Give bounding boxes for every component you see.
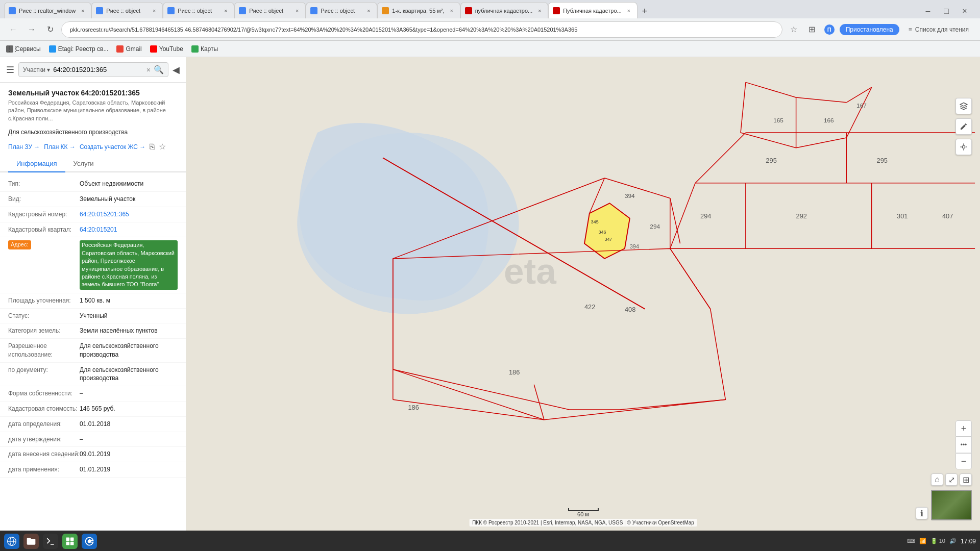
tab-title: Публичная кадастро... (563, 8, 622, 14)
row-value: 09.01.2019 (80, 450, 178, 459)
reading-list-button[interactable]: ≡ Список для чтения (903, 24, 974, 35)
bookmark-services-label: Сервисы (15, 45, 41, 53)
back-button[interactable]: ← (6, 22, 20, 37)
forward-button[interactable]: → (24, 22, 39, 37)
extensions-icon[interactable]: ⊞ (805, 22, 819, 37)
layers-button[interactable] (955, 98, 972, 114)
grid-button[interactable]: ⊞ (960, 473, 972, 486)
taskbar-files-icon[interactable] (62, 534, 78, 549)
expand-button[interactable]: ⤢ (945, 473, 958, 486)
map-area[interactable]: 165 166 167 295 295 294 292 301 407 (186, 57, 980, 531)
taskbar-chrome-icon[interactable] (82, 534, 97, 549)
browser-window: Риес :: realtor_window × Риес :: object … (0, 0, 980, 551)
tab-close[interactable]: × (222, 7, 230, 15)
tab-5[interactable]: Риес :: object × (306, 2, 377, 18)
copy-icon[interactable]: ⎘ (150, 142, 155, 152)
table-row: Кадастровый номер: 64:20:015201:365 (0, 207, 186, 222)
clear-search-icon[interactable]: × (146, 66, 151, 74)
close-button[interactable]: × (958, 4, 972, 18)
search-input[interactable] (53, 66, 143, 73)
tab-favicon (465, 7, 472, 14)
row-label: Статус: (8, 312, 80, 320)
tab-2[interactable]: Риес :: object × (91, 2, 163, 18)
row-label: Кадастровый номер: (8, 210, 80, 219)
reading-list-label: Список для чтения (915, 26, 969, 33)
tab-favicon (167, 7, 175, 14)
tab-close[interactable]: × (364, 7, 373, 15)
svg-rect-62 (70, 537, 74, 541)
map-thumbnail[interactable] (931, 490, 972, 520)
parcel-links: План ЗУ → План КК → Создать участок ЖС →… (0, 140, 186, 156)
tab-4[interactable]: Риес :: object × (234, 2, 306, 18)
paused-button[interactable]: Приостановлена (840, 24, 899, 35)
zoom-out-button[interactable]: − (955, 453, 972, 469)
tab-8-active[interactable]: Публичная кадастро... × (548, 2, 638, 18)
address-input[interactable]: pkk.rosreestr.ru/#search/51.678819464651… (61, 21, 782, 38)
bookmark-youtube[interactable]: YouTube (150, 45, 183, 53)
tab-6[interactable]: 1-к. квартира, 55 м², × (377, 2, 460, 18)
svg-text:347: 347 (604, 237, 612, 242)
search-button[interactable]: 🔍 (154, 65, 164, 74)
bookmark-star[interactable]: ☆ (787, 22, 801, 37)
tab-close[interactable]: × (150, 7, 158, 15)
bookmark-gmail[interactable]: Gmail (116, 45, 141, 53)
main-content: ☰ Участки ▾ × 🔍 ◀ Земельный участок 64:2… (0, 57, 980, 531)
tab-close[interactable]: × (293, 7, 301, 15)
tab-info[interactable]: Информация (8, 156, 65, 172)
zoom-controls: + ••• − (955, 420, 972, 469)
zoom-in-button[interactable]: + (955, 420, 972, 437)
tab-1[interactable]: Риес :: realtor_window × (4, 2, 91, 18)
tab-services[interactable]: Услуги (65, 156, 102, 172)
collapse-sidebar-button[interactable]: ◀ (173, 64, 180, 76)
taskbar-globe-icon[interactable] (4, 534, 19, 549)
row-value: – (80, 435, 178, 444)
cadastral-number-link[interactable]: 64:20:015201:365 (80, 210, 178, 219)
plan-kk-link[interactable]: План КК → (44, 143, 76, 151)
restore-button[interactable]: □ (939, 4, 953, 18)
scale-label: 60 м (577, 511, 589, 517)
profile-icon[interactable]: П (822, 22, 837, 37)
svg-text:165: 165 (773, 117, 783, 124)
svg-text:186: 186 (408, 404, 419, 411)
row-value: Земли населённых пунктов (80, 327, 178, 335)
map-info-button[interactable]: ℹ (916, 507, 928, 519)
cadastral-quarter-link[interactable]: 64:20:015201 (80, 226, 178, 234)
taskbar-terminal-icon[interactable] (43, 534, 58, 549)
svg-text:eta: eta (504, 251, 556, 291)
star-icon[interactable]: ☆ (159, 142, 166, 152)
bookmark-maps[interactable]: Карты (191, 45, 218, 53)
taskbar-folder-icon[interactable] (23, 534, 39, 549)
network-icon: 📶 (919, 538, 926, 544)
tab-bar: Риес :: realtor_window × Риес :: object … (0, 0, 980, 18)
minimize-button[interactable]: – (921, 4, 935, 18)
menu-button[interactable]: ☰ (6, 64, 14, 76)
svg-text:422: 422 (584, 303, 595, 311)
tab-close[interactable]: × (79, 7, 87, 15)
svg-text:294: 294 (700, 212, 711, 220)
tab-7[interactable]: публичная кадастро... × (460, 2, 549, 18)
tab-3[interactable]: Риес :: object × (163, 2, 234, 18)
bookmark-etagi[interactable]: Etagi: Реестр св... (49, 45, 109, 53)
new-tab-button[interactable]: + (638, 4, 652, 18)
pen-button[interactable] (955, 118, 972, 135)
tab-title: 1-к. квартира, 55 м², (392, 8, 444, 14)
plan-zu-link[interactable]: План ЗУ → (8, 143, 40, 151)
zoom-more-button[interactable]: ••• (955, 437, 972, 453)
tab-title: Риес :: object (106, 8, 147, 14)
tab-close[interactable]: × (535, 7, 544, 15)
tab-favicon (239, 7, 246, 14)
tab-title: Риес :: object (249, 8, 290, 14)
row-label: Кадастровый квартал: (8, 226, 80, 234)
tab-close[interactable]: × (625, 7, 633, 15)
target-button[interactable] (955, 139, 972, 155)
services-icon: ⋮⋮ (6, 45, 13, 53)
tab-close[interactable]: × (448, 7, 456, 15)
thumbnail-image (932, 491, 971, 519)
bookmark-services[interactable]: ⋮⋮ Сервисы (6, 45, 41, 53)
create-zhs-link[interactable]: Создать участок ЖС → (80, 143, 145, 151)
parcels-label: Участки ▾ (23, 66, 50, 73)
home-button[interactable]: ⌂ (931, 473, 943, 486)
reload-button[interactable]: ↻ (43, 22, 57, 37)
row-value: Для сельскохозяйственного производства (80, 366, 178, 383)
row-value: Земельный участок (80, 195, 178, 204)
